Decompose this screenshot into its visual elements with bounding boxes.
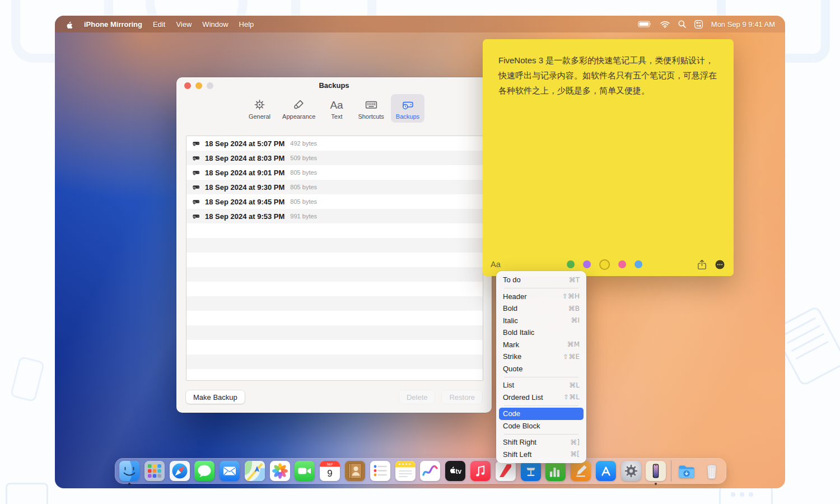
dock-freeform-icon[interactable] [420,461,440,481]
backup-date: 18 Sep 2024 at 9:53 PM [205,212,284,221]
backup-row[interactable]: 18 Sep 2024 at 8:03 PM509 bytes [186,151,483,165]
dock-notes-icon[interactable] [395,461,416,481]
menu-item-shortcut: ⇧⌘H [562,292,580,300]
window-title: Backups [176,81,492,90]
menu-item-label: Bold [503,304,517,312]
dock-maps-icon[interactable] [245,461,265,481]
tab-text[interactable]: AaText [322,94,351,123]
sticky-note[interactable]: FiveNotes 3 是一款多彩的快速笔记工具，类便利贴设计，快速呼出与记录内… [483,39,734,276]
tab-general[interactable]: General [244,94,276,123]
dock-appstore-icon[interactable] [596,461,616,481]
window-titlebar[interactable]: Backups [176,77,492,94]
backup-row[interactable]: 18 Sep 2024 at 9:30 PM805 bytes [186,180,483,194]
decorative-phone-doodle [10,356,45,403]
dock-calendar-icon[interactable]: SEP9 [320,461,340,481]
backup-size: 492 bytes [290,140,317,147]
dock-launchpad-icon[interactable] [144,461,165,481]
note-color-pink[interactable] [618,260,626,268]
backup-drive-icon [192,212,200,221]
spotlight-search-icon[interactable] [678,20,686,28]
menubar-menus: EditViewWindowHelp [153,20,254,29]
dock-safari-icon[interactable] [170,461,190,481]
note-color-green[interactable] [567,260,575,268]
dock-trash-icon[interactable] [702,461,722,481]
menu-item-bold-italic[interactable]: Bold Italic [499,326,584,339]
menu-item-mark[interactable]: Mark⌘M [499,339,584,351]
empty-row [186,253,483,267]
menu-item-label: Code [503,409,520,418]
dock-photos-icon[interactable] [270,461,290,481]
tab-appearance[interactable]: Appearance [277,94,320,123]
menubar-menu-view[interactable]: View [176,20,192,29]
backup-row[interactable]: 18 Sep 2024 at 9:01 PM805 bytes [186,165,483,180]
menu-item-code[interactable]: Code [499,408,584,420]
dock-keynote-icon[interactable] [521,461,541,481]
dock-iphone-mirroring-icon[interactable] [646,461,666,481]
battery-icon[interactable] [638,21,652,27]
backup-drive-icon [400,97,415,112]
dock-pages-icon[interactable] [571,461,591,481]
dock-appletv-icon[interactable]: tv [445,461,465,481]
dock-numbers-icon[interactable] [545,461,566,481]
menu-item-strike[interactable]: Strike⇧⌘E [499,351,584,363]
note-format-button[interactable]: Aa [491,260,501,269]
menu-divider [504,377,578,377]
menu-item-ordered-list[interactable]: Ordered List⇧⌘L [499,391,584,404]
dock-settings-icon[interactable] [621,461,641,481]
share-icon[interactable] [697,259,707,270]
menubar-menu-window[interactable]: Window [202,20,228,29]
wifi-icon[interactable] [660,21,670,28]
dock-contacts-icon[interactable] [345,461,365,481]
menu-item-quote[interactable]: Quote [499,363,584,375]
apple-menu-icon[interactable] [65,20,73,29]
backup-row[interactable]: 18 Sep 2024 at 5:07 PM492 bytes [186,136,483,151]
desktop: iPhone Mirroring EditViewWindowHelp Mon … [55,16,785,488]
menu-item-label: Code Block [503,422,540,430]
menu-item-shift-right[interactable]: Shift Right⌘] [499,436,584,449]
backup-row[interactable]: 18 Sep 2024 at 9:53 PM991 bytes [186,209,483,223]
menu-item-label: To do [503,276,521,284]
control-center-icon[interactable] [694,20,703,29]
menu-item-shift-left[interactable]: Shift Left⌘[ [499,449,584,461]
delete-button[interactable]: Delete [399,390,435,404]
menubar-clock[interactable]: Mon Sep 9 9:41 AM [711,20,775,29]
menu-item-bold[interactable]: Bold⌘B [499,302,584,315]
dock-facetime-icon[interactable] [295,461,315,481]
menubar-menu-help[interactable]: Help [239,20,254,29]
tab-shortcuts[interactable]: Shortcuts [353,94,389,123]
backup-row[interactable]: 18 Sep 2024 at 9:45 PM805 bytes [186,194,483,209]
empty-row [186,311,483,325]
empty-row [186,354,483,369]
menu-bar: iPhone Mirroring EditViewWindowHelp Mon … [55,16,785,32]
tab-backups[interactable]: Backups [391,94,424,123]
dock-mail-icon[interactable] [220,461,240,481]
backup-drive-icon [192,198,200,206]
backup-drive-icon [192,139,200,148]
menu-item-to-do[interactable]: To do⌘T [499,274,584,286]
dock-messages-icon[interactable] [194,461,214,481]
dock-reminders-icon[interactable] [370,461,390,481]
menu-item-label: List [503,381,514,389]
backup-date: 18 Sep 2024 at 5:07 PM [205,139,284,148]
menu-item-list[interactable]: List⌘L [499,379,584,391]
menubar-menu-edit[interactable]: Edit [153,20,165,29]
dock-redapp-icon[interactable] [496,461,516,481]
menu-item-header[interactable]: Header⇧⌘H [499,291,584,303]
more-options-icon[interactable] [715,260,725,269]
dock-music-icon[interactable] [470,461,491,481]
note-color-yellow-selected[interactable] [599,259,610,270]
keyboard-icon [364,97,379,112]
menu-item-code-block[interactable]: Code Block [499,420,584,432]
menu-item-shortcut: ⇧⌘E [563,353,580,361]
menu-item-italic[interactable]: Italic⌘I [499,315,584,327]
note-color-purple[interactable] [583,260,591,268]
note-color-blue[interactable] [634,260,642,268]
dock-finder-icon[interactable] [119,461,139,481]
decorative-monitor-doodle [6,483,48,504]
dock-downloads-icon[interactable] [676,461,697,481]
make-backup-button[interactable]: Make Backup [186,390,245,404]
restore-button[interactable]: Restore [442,390,482,404]
menu-item-label: Shift Right [503,438,536,446]
empty-row [186,296,483,311]
menubar-app-name[interactable]: iPhone Mirroring [84,20,142,29]
